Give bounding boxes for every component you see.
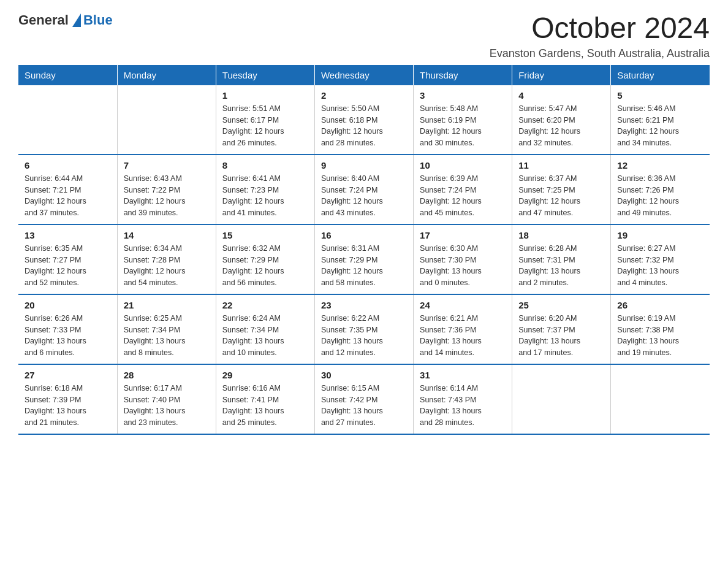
day-number: 22 <box>222 300 308 310</box>
logo-text-blue: Blue <box>83 12 113 28</box>
calendar-cell: 15Sunrise: 6:32 AM Sunset: 7:29 PM Dayli… <box>216 224 314 294</box>
day-number: 12 <box>617 160 703 170</box>
calendar-cell: 20Sunrise: 6:26 AM Sunset: 7:33 PM Dayli… <box>18 294 117 364</box>
calendar-cell: 14Sunrise: 6:34 AM Sunset: 7:28 PM Dayli… <box>117 224 216 294</box>
calendar-cell <box>18 85 117 155</box>
day-info: Sunrise: 6:30 AM Sunset: 7:30 PM Dayligh… <box>420 243 506 289</box>
logo: General Blue <box>18 12 113 28</box>
calendar-cell: 13Sunrise: 6:35 AM Sunset: 7:27 PM Dayli… <box>18 224 117 294</box>
day-number: 23 <box>321 300 407 310</box>
weekday-header-monday: Monday <box>117 65 216 85</box>
day-info: Sunrise: 5:51 AM Sunset: 6:17 PM Dayligh… <box>222 103 308 149</box>
day-number: 20 <box>25 300 111 310</box>
weekday-header-tuesday: Tuesday <box>216 65 314 85</box>
calendar-cell: 4Sunrise: 5:47 AM Sunset: 6:20 PM Daylig… <box>512 85 611 155</box>
location-subtitle: Evanston Gardens, South Australia, Austr… <box>490 47 710 60</box>
day-number: 9 <box>321 160 407 170</box>
day-info: Sunrise: 6:14 AM Sunset: 7:43 PM Dayligh… <box>420 383 506 429</box>
calendar-week-row: 13Sunrise: 6:35 AM Sunset: 7:27 PM Dayli… <box>18 224 710 294</box>
day-number: 18 <box>518 230 604 240</box>
calendar-table: SundayMondayTuesdayWednesdayThursdayFrid… <box>18 65 710 435</box>
day-number: 8 <box>222 160 308 170</box>
calendar-cell: 2Sunrise: 5:50 AM Sunset: 6:18 PM Daylig… <box>314 85 413 155</box>
day-info: Sunrise: 6:27 AM Sunset: 7:32 PM Dayligh… <box>617 243 703 289</box>
day-info: Sunrise: 6:26 AM Sunset: 7:33 PM Dayligh… <box>25 313 111 359</box>
day-number: 15 <box>222 230 308 240</box>
day-number: 26 <box>617 300 703 310</box>
calendar-cell: 5Sunrise: 5:46 AM Sunset: 6:21 PM Daylig… <box>611 85 710 155</box>
calendar-cell: 12Sunrise: 6:36 AM Sunset: 7:26 PM Dayli… <box>611 155 710 224</box>
day-info: Sunrise: 6:34 AM Sunset: 7:28 PM Dayligh… <box>124 243 210 289</box>
day-info: Sunrise: 5:46 AM Sunset: 6:21 PM Dayligh… <box>617 103 703 149</box>
day-info: Sunrise: 6:24 AM Sunset: 7:34 PM Dayligh… <box>222 313 308 359</box>
day-info: Sunrise: 6:22 AM Sunset: 7:35 PM Dayligh… <box>321 313 407 359</box>
calendar-cell <box>117 85 216 155</box>
day-number: 31 <box>420 370 506 380</box>
day-number: 5 <box>617 90 703 101</box>
day-info: Sunrise: 6:28 AM Sunset: 7:31 PM Dayligh… <box>518 243 604 289</box>
day-number: 6 <box>25 160 111 170</box>
day-info: Sunrise: 6:44 AM Sunset: 7:21 PM Dayligh… <box>25 173 111 219</box>
day-number: 4 <box>518 90 604 101</box>
day-info: Sunrise: 6:18 AM Sunset: 7:39 PM Dayligh… <box>25 383 111 429</box>
day-number: 3 <box>420 90 506 101</box>
weekday-header-wednesday: Wednesday <box>314 65 413 85</box>
weekday-header-thursday: Thursday <box>414 65 512 85</box>
day-info: Sunrise: 6:41 AM Sunset: 7:23 PM Dayligh… <box>222 173 308 219</box>
day-info: Sunrise: 6:32 AM Sunset: 7:29 PM Dayligh… <box>222 243 308 289</box>
calendar-cell: 19Sunrise: 6:27 AM Sunset: 7:32 PM Dayli… <box>611 224 710 294</box>
day-number: 7 <box>124 160 210 170</box>
logo-text-general: General <box>18 12 69 28</box>
calendar-cell: 26Sunrise: 6:19 AM Sunset: 7:38 PM Dayli… <box>611 294 710 364</box>
day-info: Sunrise: 6:43 AM Sunset: 7:22 PM Dayligh… <box>124 173 210 219</box>
day-number: 29 <box>222 370 308 380</box>
calendar-cell: 10Sunrise: 6:39 AM Sunset: 7:24 PM Dayli… <box>414 155 512 224</box>
day-info: Sunrise: 6:39 AM Sunset: 7:24 PM Dayligh… <box>420 173 506 219</box>
calendar-week-row: 6Sunrise: 6:44 AM Sunset: 7:21 PM Daylig… <box>18 155 710 224</box>
calendar-cell <box>611 364 710 434</box>
calendar-header-row: SundayMondayTuesdayWednesdayThursdayFrid… <box>18 65 710 85</box>
calendar-cell: 28Sunrise: 6:17 AM Sunset: 7:40 PM Dayli… <box>117 364 216 434</box>
calendar-cell: 11Sunrise: 6:37 AM Sunset: 7:25 PM Dayli… <box>512 155 611 224</box>
logo-triangle-icon <box>72 13 81 27</box>
calendar-cell <box>512 364 611 434</box>
day-number: 19 <box>617 230 703 240</box>
day-info: Sunrise: 6:36 AM Sunset: 7:26 PM Dayligh… <box>617 173 703 219</box>
day-info: Sunrise: 6:35 AM Sunset: 7:27 PM Dayligh… <box>25 243 111 289</box>
day-number: 21 <box>124 300 210 310</box>
calendar-week-row: 1Sunrise: 5:51 AM Sunset: 6:17 PM Daylig… <box>18 85 710 155</box>
page-header: General Blue October 2024 Evanston Garde… <box>18 12 710 60</box>
calendar-cell: 7Sunrise: 6:43 AM Sunset: 7:22 PM Daylig… <box>117 155 216 224</box>
day-number: 25 <box>518 300 604 310</box>
calendar-cell: 29Sunrise: 6:16 AM Sunset: 7:41 PM Dayli… <box>216 364 314 434</box>
calendar-cell: 21Sunrise: 6:25 AM Sunset: 7:34 PM Dayli… <box>117 294 216 364</box>
day-info: Sunrise: 6:40 AM Sunset: 7:24 PM Dayligh… <box>321 173 407 219</box>
day-info: Sunrise: 6:17 AM Sunset: 7:40 PM Dayligh… <box>124 383 210 429</box>
calendar-cell: 18Sunrise: 6:28 AM Sunset: 7:31 PM Dayli… <box>512 224 611 294</box>
calendar-cell: 27Sunrise: 6:18 AM Sunset: 7:39 PM Dayli… <box>18 364 117 434</box>
weekday-header-saturday: Saturday <box>611 65 710 85</box>
day-info: Sunrise: 6:20 AM Sunset: 7:37 PM Dayligh… <box>518 313 604 359</box>
weekday-header-sunday: Sunday <box>18 65 117 85</box>
day-number: 14 <box>124 230 210 240</box>
day-info: Sunrise: 6:25 AM Sunset: 7:34 PM Dayligh… <box>124 313 210 359</box>
calendar-cell: 30Sunrise: 6:15 AM Sunset: 7:42 PM Dayli… <box>314 364 413 434</box>
day-number: 11 <box>518 160 604 170</box>
calendar-cell: 1Sunrise: 5:51 AM Sunset: 6:17 PM Daylig… <box>216 85 314 155</box>
calendar-cell: 23Sunrise: 6:22 AM Sunset: 7:35 PM Dayli… <box>314 294 413 364</box>
calendar-cell: 9Sunrise: 6:40 AM Sunset: 7:24 PM Daylig… <box>314 155 413 224</box>
day-number: 16 <box>321 230 407 240</box>
day-info: Sunrise: 5:50 AM Sunset: 6:18 PM Dayligh… <box>321 103 407 149</box>
calendar-cell: 6Sunrise: 6:44 AM Sunset: 7:21 PM Daylig… <box>18 155 117 224</box>
day-number: 1 <box>222 90 308 101</box>
day-info: Sunrise: 6:16 AM Sunset: 7:41 PM Dayligh… <box>222 383 308 429</box>
day-number: 2 <box>321 90 407 101</box>
day-info: Sunrise: 6:37 AM Sunset: 7:25 PM Dayligh… <box>518 173 604 219</box>
calendar-cell: 22Sunrise: 6:24 AM Sunset: 7:34 PM Dayli… <box>216 294 314 364</box>
calendar-week-row: 27Sunrise: 6:18 AM Sunset: 7:39 PM Dayli… <box>18 364 710 434</box>
day-number: 30 <box>321 370 407 380</box>
day-info: Sunrise: 5:48 AM Sunset: 6:19 PM Dayligh… <box>420 103 506 149</box>
day-number: 28 <box>124 370 210 380</box>
calendar-cell: 3Sunrise: 5:48 AM Sunset: 6:19 PM Daylig… <box>414 85 512 155</box>
day-number: 27 <box>25 370 111 380</box>
